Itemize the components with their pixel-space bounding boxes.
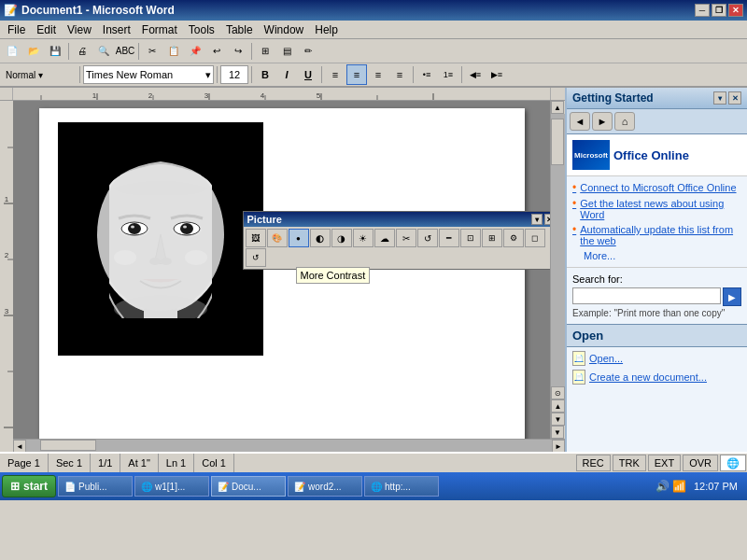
font-name-dropdown[interactable]: Times New Roman ▾: [83, 65, 214, 84]
crop-button[interactable]: ✂: [396, 229, 416, 247]
taskbar-item-2[interactable]: 📝 Docu...: [211, 476, 286, 497]
indent-less-button[interactable]: ◀≡: [465, 64, 486, 85]
menu-window[interactable]: Window: [259, 21, 310, 38]
more-contrast-label: More Contrast: [301, 270, 366, 281]
next-page-button[interactable]: ▼: [551, 413, 565, 426]
document-image[interactable]: [58, 122, 263, 356]
scroll-up-button[interactable]: ▲: [551, 101, 564, 114]
minimize-button[interactable]: ─: [695, 4, 710, 17]
scroll-track[interactable]: [551, 114, 565, 386]
drawing-button[interactable]: ✏: [298, 41, 318, 62]
table-button[interactable]: ⊞: [255, 41, 275, 62]
gs-search-button[interactable]: ▶: [723, 287, 741, 306]
style-dropdown-button[interactable]: Normal ▾: [2, 64, 77, 85]
gs-search-input[interactable]: [572, 287, 721, 304]
columns-button[interactable]: ▤: [276, 41, 297, 62]
brightness-less-button[interactable]: ☁: [374, 229, 395, 247]
picture-toolbar-collapse[interactable]: ▾: [531, 214, 543, 225]
gs-link-news[interactable]: • Get the latest news about using Word: [572, 198, 741, 220]
gs-link-connect[interactable]: • Connect to Microsoft Office Online: [572, 182, 741, 194]
restore-button[interactable]: ❐: [712, 4, 726, 17]
format-picture-button[interactable]: ⚙: [503, 229, 524, 247]
taskbar-icon-2: 📝: [218, 482, 229, 492]
transparent-button[interactable]: ◻: [525, 229, 545, 247]
scroll-down-button[interactable]: ▼: [551, 426, 564, 439]
taskbar-item-4[interactable]: 🌐 http:...: [364, 476, 439, 497]
insert-picture-button[interactable]: 🖼: [246, 229, 266, 247]
select-browse-object-button[interactable]: ⊙: [551, 386, 565, 399]
taskbar-item-3[interactable]: 📝 word2...: [288, 476, 362, 497]
brightness-more-button[interactable]: ☀: [353, 229, 374, 247]
getting-started-panel: Getting Started ▾ ✕ ◄ ► ⌂ Microsoft Offi…: [565, 88, 747, 452]
font-size-dropdown[interactable]: 12: [220, 65, 248, 84]
svg-text:4: 4: [261, 91, 265, 100]
undo-button[interactable]: ↩: [206, 41, 227, 62]
cut-button[interactable]: ✂: [142, 41, 162, 62]
open-button[interactable]: 📂: [23, 41, 44, 62]
gs-home-button[interactable]: ⌂: [614, 112, 635, 131]
indent-more-button[interactable]: ▶≡: [486, 64, 507, 85]
numbering-button[interactable]: 1≡: [438, 64, 458, 85]
start-button[interactable]: ⊞ start: [2, 475, 56, 497]
save-button[interactable]: 💾: [45, 41, 65, 62]
contrast-more-button[interactable]: ◐: [310, 229, 331, 247]
gs-more-link[interactable]: More...: [584, 250, 741, 261]
taskbar-item-1[interactable]: 🌐 w1[1]...: [134, 476, 209, 497]
color-button[interactable]: 🎨: [267, 229, 288, 247]
menu-insert[interactable]: Insert: [97, 21, 136, 38]
justify-button[interactable]: ≡: [389, 64, 410, 85]
left-ruler: 1 2 3: [0, 101, 13, 439]
line-style-button[interactable]: ━: [439, 229, 459, 247]
menu-table[interactable]: Table: [220, 21, 259, 38]
picture-toolbar-close[interactable]: ✕: [544, 214, 551, 225]
h-scroll-thumb[interactable]: [40, 440, 96, 451]
formatting-toolbar: Normal ▾ Times New Roman ▾ 12 B I U ≡ ≡ …: [0, 63, 747, 88]
scroll-thumb[interactable]: [551, 119, 564, 165]
taskbar-right: 🔊 📶 12:07 PM: [652, 480, 745, 493]
align-center-button[interactable]: ≡: [346, 64, 367, 85]
gs-open-file-link[interactable]: 📄 Open...: [572, 351, 741, 366]
spellcheck-button[interactable]: ABC: [115, 41, 135, 62]
compress-button[interactable]: ⊡: [460, 229, 481, 247]
menu-format[interactable]: Format: [136, 21, 183, 38]
autocontrast-button[interactable]: ●: [289, 229, 309, 247]
text-wrap-button[interactable]: ⊞: [482, 229, 502, 247]
gs-back-button[interactable]: ◄: [570, 112, 590, 131]
contrast-less-button[interactable]: ◑: [331, 229, 352, 247]
bold-button[interactable]: B: [255, 64, 275, 85]
new-button[interactable]: 📄: [2, 41, 22, 62]
print-button[interactable]: 🖨: [72, 41, 92, 62]
reset-button[interactable]: ↺: [246, 248, 266, 267]
menu-tools[interactable]: Tools: [183, 21, 220, 38]
gs-close-button[interactable]: ✕: [728, 91, 741, 105]
gs-search-section: Search for: ▶ Example: "Print more than …: [567, 267, 747, 324]
scroll-right-button[interactable]: ►: [552, 440, 565, 452]
new-doc-icon: 📄: [572, 370, 585, 385]
align-right-button[interactable]: ≡: [368, 64, 388, 85]
gs-collapse-button[interactable]: ▾: [713, 91, 726, 105]
close-button[interactable]: ✕: [728, 4, 743, 17]
align-left-button[interactable]: ≡: [325, 64, 345, 85]
prev-page-button[interactable]: ▲: [551, 399, 565, 413]
copy-button[interactable]: 📋: [163, 41, 184, 62]
gs-new-doc-link[interactable]: 📄 Create a new document...: [572, 370, 741, 385]
italic-button[interactable]: I: [276, 64, 297, 85]
h-scroll-track[interactable]: [26, 440, 552, 452]
app-icon: 📝: [4, 4, 18, 17]
menu-edit[interactable]: Edit: [31, 21, 62, 38]
gs-search-row: ▶: [572, 287, 741, 306]
redo-button[interactable]: ↪: [228, 41, 248, 62]
underline-button[interactable]: U: [298, 64, 318, 85]
menu-help[interactable]: Help: [309, 21, 344, 38]
bullets-button[interactable]: •≡: [416, 64, 437, 85]
gs-link-connect-label: Connect to Microsoft Office Online: [580, 182, 736, 193]
preview-button[interactable]: 🔍: [93, 41, 114, 62]
menu-file[interactable]: File: [2, 21, 31, 38]
paste-button[interactable]: 📌: [185, 41, 205, 62]
scroll-left-button[interactable]: ◄: [13, 440, 26, 452]
gs-link-update[interactable]: • Automatically update this list from th…: [572, 224, 741, 246]
taskbar-item-0[interactable]: 📄 Publi...: [58, 476, 133, 497]
rotate-left-button[interactable]: ↺: [417, 229, 438, 247]
menu-view[interactable]: View: [62, 21, 97, 38]
gs-forward-button[interactable]: ►: [592, 112, 613, 131]
